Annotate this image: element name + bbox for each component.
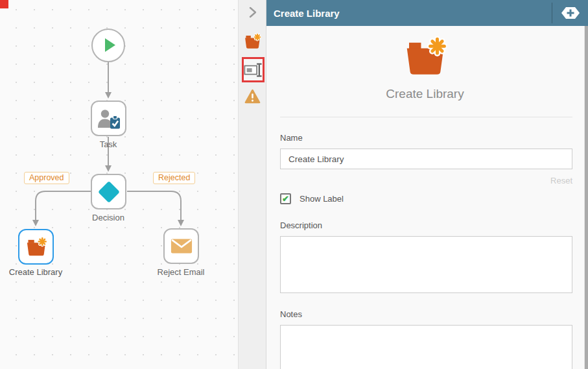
node-task-label: Task: [69, 139, 147, 149]
checkmark-icon: ✔: [282, 195, 289, 203]
branch-label-rejected: Rejected: [153, 172, 195, 184]
panel-header-title: Create Library: [266, 8, 552, 19]
node-reject-email-label: Reject Email: [142, 267, 220, 277]
show-label-row: ✔ Show Label: [280, 193, 572, 204]
arrowhead: [32, 220, 39, 226]
workflow-canvas[interactable]: Task Decision Approved Rejected Create L…: [0, 0, 239, 369]
add-button[interactable]: [552, 0, 588, 26]
workflow-designer: Task Decision Approved Rejected Create L…: [0, 0, 588, 369]
warning-icon: [244, 89, 261, 104]
panel-header: Create Library: [266, 0, 588, 26]
arrowhead: [105, 92, 112, 99]
plus-badge-icon: [561, 7, 580, 19]
node-reject-email[interactable]: [163, 228, 199, 264]
reset-link[interactable]: Reset: [550, 176, 572, 185]
node-start[interactable]: [91, 29, 125, 62]
properties-form: Name Reset ✔ Show Label Description Note…: [266, 117, 583, 369]
rename-label-icon: [244, 62, 263, 78]
reset-row: Reset: [280, 174, 572, 186]
node-create-library[interactable]: [18, 229, 54, 265]
name-label: Name: [280, 133, 572, 143]
branch-label-approved: Approved: [24, 172, 69, 184]
panel-scrollbar[interactable]: [584, 26, 588, 369]
node-create-library-label: Create Library: [0, 267, 75, 277]
email-icon: [170, 236, 193, 256]
library-folder-icon: [244, 33, 261, 49]
notes-label: Notes: [280, 309, 572, 319]
node-decision[interactable]: [91, 174, 126, 209]
description-label: Description: [280, 220, 572, 230]
panel-tab-rail: [239, 0, 266, 369]
tab-rename-label-highlighted[interactable]: [242, 57, 265, 82]
tab-warnings[interactable]: [239, 89, 266, 104]
user-task-icon: [97, 108, 121, 130]
show-label-checkbox[interactable]: ✔: [280, 193, 291, 204]
collapse-chevron-icon: [248, 6, 258, 18]
name-input[interactable]: [280, 149, 572, 169]
show-label-text: Show Label: [300, 194, 344, 204]
arrowhead: [178, 220, 184, 226]
new-library-folder-icon-large: [404, 36, 447, 77]
description-textarea[interactable]: [280, 236, 572, 293]
step-title: Create Library: [266, 87, 583, 101]
notes-textarea[interactable]: [280, 325, 572, 369]
collapse-panel-button[interactable]: [239, 6, 266, 18]
arrowhead: [105, 165, 112, 172]
tab-library-settings[interactable]: [239, 33, 266, 49]
play-icon: [99, 36, 118, 54]
node-task[interactable]: [91, 101, 126, 136]
properties-panel: Create Library Create Library Name Reset: [266, 0, 588, 369]
new-library-folder-icon: [25, 237, 47, 257]
decision-diamond-icon: [95, 178, 123, 206]
step-hero: Create Library: [266, 26, 583, 101]
panel-body: Create Library Name Reset ✔ Show Label D…: [266, 26, 583, 369]
node-decision-label: Decision: [69, 213, 147, 222]
